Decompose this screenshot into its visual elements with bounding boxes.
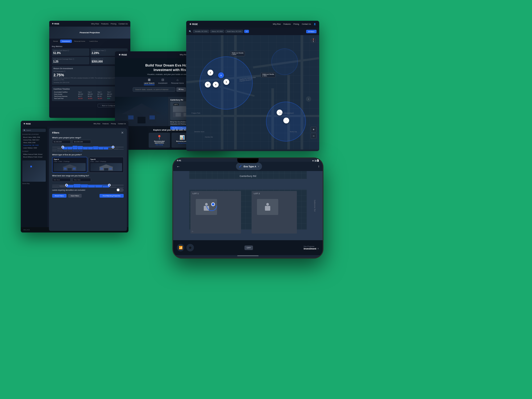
sidebar-search[interactable]: 🔍 Search (22, 129, 46, 132)
cf-header-label: Accumulated Cashflow (53, 91, 78, 93)
eva-type-a[interactable]: Type A 3 Bed · 1 Bath · 1 Parkings (52, 157, 87, 173)
tab-personal-home[interactable]: ⌂ Personal Home (171, 78, 184, 85)
price-range-title: What's your project price range? (52, 137, 124, 139)
reset-filters-button[interactable]: Reset Filters (52, 194, 66, 198)
nav4-pricing[interactable]: Pricing (111, 123, 116, 124)
filter-close-button[interactable]: ✕ (121, 131, 124, 135)
location-tags: Yarraidla, VIC 2013 Altona, VIC 2018 Sou… (193, 30, 305, 33)
pin-area3[interactable]: · (283, 118, 289, 123)
map-marker-phone (211, 202, 215, 206)
metric-cash-val: 51.9% (53, 52, 88, 55)
sidebar-item-2[interactable]: Victoria Park, NSW 2017 (22, 139, 46, 141)
tabs-row-s1: Rental Investment Personal Home Land & E… (49, 39, 130, 44)
sidebar-item-school-1[interactable]: William Avenue Public School (22, 153, 46, 156)
nav3-pricing[interactable]: Pricing (293, 23, 299, 25)
min-price-input[interactable] (52, 140, 71, 144)
off-badge[interactable]: OFF (244, 246, 253, 250)
eva-type-selector[interactable]: ✓ Eva Type A ∨ (236, 163, 262, 170)
settings-icon-phone[interactable]: ⊕ (186, 244, 194, 251)
zoom-out-button[interactable]: − (311, 133, 317, 139)
save-filters-button[interactable]: Save Filters (68, 194, 82, 198)
cf-exp-label: Total Annual Expenses (53, 95, 78, 97)
sidebar-item-1[interactable]: Mount Colina, NSW, 2766 (22, 136, 46, 139)
range-thumb-left[interactable] (61, 146, 64, 148)
sidebar-item-4[interactable]: Victoria Park, WA, 6100 (22, 144, 46, 147)
cf-exp-y2: $8,500 (87, 95, 97, 97)
filters-screen: ✳ RISE Why Rise Features Pricing Contact… (21, 121, 128, 232)
tab-rental[interactable]: Rental (51, 40, 60, 43)
nav4-why[interactable]: Why Rise (94, 123, 101, 124)
nav-contact[interactable]: Contact Us (118, 23, 128, 25)
wifi-icon-phone[interactable]: 📶 (177, 244, 184, 251)
demolition-toggle[interactable] (116, 188, 124, 192)
nav4-contact[interactable]: Contact Us (118, 123, 126, 124)
phone-back-button[interactable]: ← (176, 164, 180, 169)
pin-4[interactable]: 4 (205, 82, 211, 88)
hist-2 (57, 148, 62, 149)
land-thumb-right[interactable] (108, 184, 111, 186)
nav-bar-s1: ✳ RISE Why Rise Features Pricing Contact… (49, 21, 130, 27)
svg-marker-12 (62, 164, 77, 167)
pin-9[interactable]: 9 (218, 72, 224, 78)
opportunities-icon: 📍 (151, 135, 168, 140)
opportunities-link[interactable]: View Listings (151, 144, 168, 146)
key-metrics-title: Key Metrics (52, 45, 128, 47)
svg-rect-16 (73, 168, 76, 170)
metric-cash-return: Cash on Cash Return ⓘ 51.9% (52, 48, 89, 56)
search-bar-s3: 🔍 Yarraidla, VIC 2013 Altona, VIC 2018 S… (186, 28, 319, 35)
map-button-s2[interactable]: 🗺 Map (176, 87, 186, 92)
nav3-user[interactable]: 👤 (314, 23, 316, 25)
lh-9 (110, 187, 117, 188)
pin-5b[interactable]: 5 (223, 79, 229, 85)
zoom-in-button[interactable]: + (311, 127, 317, 132)
person2-body (265, 206, 270, 211)
nav-features[interactable]: Features (101, 23, 109, 25)
street-label-4: Zambia Sle (205, 136, 213, 138)
compass-icon-phone: ↑ (318, 165, 319, 168)
nav-why-rise[interactable]: Why Rise (91, 23, 99, 25)
nav-pricing[interactable]: Pricing (111, 23, 116, 25)
svg-rect-6 (176, 113, 181, 117)
min-land-input[interactable] (52, 178, 71, 182)
metric-debt-val: 1.25 (53, 60, 88, 63)
canterbury-rd-label: Canterbury Rd (240, 175, 256, 177)
max-land-input[interactable] (72, 178, 91, 182)
range-thumb-right[interactable] (112, 146, 114, 148)
map-arrow[interactable]: › (306, 96, 311, 102)
nav4-features[interactable]: Features (102, 123, 109, 124)
loc-tag-2[interactable]: Altona, VIC 2018 (210, 30, 225, 33)
sidebar-item-5[interactable]: Lower Walkam, NSW (22, 147, 46, 149)
compass-icon: N (311, 38, 316, 43)
tab-investment[interactable]: ⊟ Investment (158, 78, 167, 85)
pin-2[interactable]: 2 (207, 70, 213, 76)
loc-tag-1[interactable]: Yarraidla, VIC 2013 (193, 30, 209, 33)
find-properties-button[interactable]: Find Matching Properties (99, 194, 124, 198)
sidebar-item-3[interactable]: Viloria, NSW, 2036 (22, 141, 46, 144)
nav3-contact[interactable]: Contact Us (302, 23, 311, 25)
cf-income-y2: $26,200 (87, 93, 97, 95)
eva-type-b[interactable]: Type B 3 Bed · 1 Bath · 0 Parkings (89, 157, 124, 173)
tab-land-search[interactable]: ⊞ Land Search (144, 78, 155, 85)
svg-rect-21 (109, 168, 112, 170)
filter-button-s3[interactable]: ⚙ Filters (306, 30, 317, 33)
tab-personal-home[interactable]: Personal Home (72, 40, 87, 43)
unlock-text: Unlock of the price range? Try our Borro… (52, 150, 124, 152)
max-price-input[interactable] (72, 140, 91, 144)
loc-tag-more[interactable]: +2 (244, 30, 249, 33)
loc-tag-3[interactable]: South Yarra, VIC 3141 (225, 30, 243, 33)
sidebar-item-school-2[interactable]: Mount Williams Public School (22, 156, 46, 158)
nav3-why[interactable]: Why Rise (273, 23, 281, 25)
svg-rect-15 (64, 168, 66, 170)
pin-5[interactable]: 5 (213, 82, 219, 88)
tab-land-eva[interactable]: Land & Eva (88, 40, 99, 43)
land-thumb-left[interactable] (65, 184, 68, 186)
borrowing-power-link[interactable]: Borrowing Power (73, 150, 83, 152)
tab-investment[interactable]: Investment (60, 40, 72, 43)
cf-total-y1: -$1,920 (78, 97, 87, 99)
explore-card-opportunities[interactable]: 📍 Recommended opportunities View Listing… (149, 133, 170, 148)
cf-total-y2: -$1,800 (87, 97, 97, 99)
search-input-s2[interactable] (133, 87, 175, 92)
dev-purpose-selector[interactable]: Dev Purpose Investment ∨ (304, 246, 319, 250)
nav3-features[interactable]: Features (283, 23, 291, 25)
hist-8 (88, 147, 93, 149)
